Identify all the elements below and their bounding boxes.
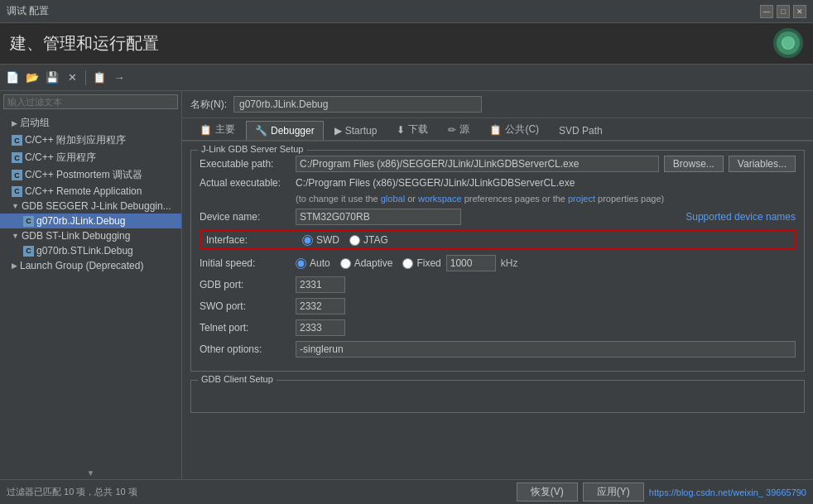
info-prefix: (to change it use the (296, 194, 381, 204)
info-props: properties page) (598, 194, 664, 204)
speed-value-input[interactable] (446, 255, 496, 271)
speed-fixed-radio[interactable] (402, 258, 413, 269)
interface-swd-option[interactable]: SWD (302, 234, 339, 246)
swo-port-input[interactable] (296, 298, 345, 314)
url-text: https://blog.csdn.net/weixin_ (649, 487, 763, 497)
telnet-port-row: Telnet port: (200, 319, 796, 336)
arrow-icon: ▶ (12, 262, 17, 270)
sidebar-item-cpp-attach[interactable]: C C/C++ 附加到应用程序 (0, 132, 181, 149)
gdb-client-group: GDB Client Setup (190, 380, 805, 413)
info-or: or (407, 194, 418, 204)
c-icon: C (12, 152, 22, 163)
speed-fixed-option[interactable]: Fixed (402, 257, 440, 269)
tab-icon: ▶ (334, 125, 342, 137)
new-config-btn[interactable]: 📄 (3, 69, 22, 87)
tab-label: Debugger (271, 125, 315, 137)
sidebar-search-input[interactable] (3, 94, 178, 109)
interface-jtag-option[interactable]: JTAG (349, 234, 388, 246)
url-bar: https://blog.csdn.net/weixin_ 39665790 (649, 487, 806, 497)
other-options-row: Other options: (200, 341, 796, 358)
variables-btn[interactable]: Variables... (729, 156, 796, 172)
sidebar-item-launch-group[interactable]: ▶ 启动组 (0, 114, 181, 132)
telnet-port-input[interactable] (296, 319, 345, 336)
sidebar-item-stlink-debug[interactable]: C g070rb.STLink.Debug (0, 243, 181, 258)
filter-status: 过滤器已匹配 10 项，总共 10 项 (7, 486, 137, 498)
tab-label: 公共(C) (505, 122, 539, 137)
speed-fixed-label: Fixed (416, 257, 440, 269)
copy-btn[interactable]: 📋 (90, 69, 108, 87)
other-options-label: Other options: (200, 343, 291, 355)
device-name-input[interactable] (296, 209, 461, 225)
device-name-row: Device name: Supported device names (200, 209, 796, 225)
speed-adaptive-radio[interactable] (340, 258, 351, 269)
arrow-btn[interactable]: → (110, 69, 128, 87)
executable-input[interactable] (296, 156, 659, 172)
tab-icon: ⬇ (397, 124, 405, 136)
arrow-icon: ▼ (12, 202, 19, 210)
status-bar: 过滤器已匹配 10 项，总共 10 项 恢复(V) 应用(Y) https://… (0, 479, 813, 504)
config-name-bar: 名称(N): (182, 91, 813, 118)
sidebar-item-cpp-app[interactable]: C C/C++ 应用程序 (0, 149, 181, 166)
sidebar-item-label: C/C++ 应用程序 (25, 151, 96, 165)
gdb-port-row: GDB port: (200, 276, 796, 293)
browse-btn[interactable]: Browse... (664, 156, 724, 172)
maximize-btn[interactable]: □ (777, 5, 790, 18)
sidebar-item-gdb-jlink[interactable]: ▼ GDB SEGGER J-Link Debuggin... (0, 199, 181, 214)
tab-debugger[interactable]: 🔧 Debugger (246, 121, 324, 140)
close-btn[interactable]: ✕ (793, 5, 806, 18)
url-suffix: 39665790 (766, 487, 806, 497)
delete-btn[interactable]: ✕ (63, 69, 81, 87)
speed-adaptive-option[interactable]: Adaptive (340, 257, 393, 269)
interface-row: Interface: SWD JTAG (200, 230, 796, 250)
sidebar-item-jlink-debug[interactable]: C g070rb.JLink.Debug (0, 214, 181, 228)
revert-btn[interactable]: 恢复(V) (517, 482, 578, 502)
interface-swd-radio[interactable] (302, 235, 313, 246)
sidebar-item-cpp-postmortem[interactable]: C C/C++ Postmortem 调试器 (0, 166, 181, 184)
tab-icon: ✏ (448, 124, 456, 136)
apply-btn[interactable]: 应用(Y) (583, 482, 644, 502)
content-area: 名称(N): 📋 主要 🔧 Debugger ▶ Startup ⬇ 下载 ✏ (182, 91, 813, 479)
tab-bar: 📋 主要 🔧 Debugger ▶ Startup ⬇ 下载 ✏ 源 📋 公共 (182, 118, 813, 142)
config-name-input[interactable] (233, 96, 482, 113)
save-btn[interactable]: 💾 (43, 69, 61, 87)
sidebar-item-cpp-remote[interactable]: C C/C++ Remote Application (0, 184, 181, 199)
speed-auto-radio[interactable] (296, 258, 306, 269)
global-link[interactable]: global (381, 194, 405, 204)
app-title: 建、管理和运行配置 (10, 32, 159, 55)
sidebar-item-launch-deprecated[interactable]: ▶ Launch Group (Deprecated) (0, 258, 181, 273)
title-text: 调试 配置 (7, 4, 49, 18)
interface-swd-label: SWD (316, 234, 339, 246)
other-options-input[interactable] (296, 341, 796, 358)
tab-source[interactable]: ✏ 源 (439, 118, 479, 140)
interface-jtag-radio[interactable] (349, 235, 360, 246)
gdb-port-input[interactable] (296, 276, 345, 293)
executable-label: Executable path: (200, 158, 291, 170)
tab-startup[interactable]: ▶ Startup (325, 121, 387, 140)
tab-svdpath[interactable]: SVD Path (550, 121, 612, 140)
open-btn[interactable]: 📂 (23, 69, 41, 87)
tab-main[interactable]: 📋 主要 (190, 118, 244, 140)
speed-auto-option[interactable]: Auto (296, 257, 330, 269)
tab-label: 源 (459, 122, 469, 137)
tab-label: 下载 (408, 122, 428, 137)
tab-common[interactable]: 📋 公共(C) (480, 118, 548, 140)
actual-exec-row: Actual executable: C:/Program Files (x86… (200, 177, 796, 189)
sidebar-search-area[interactable] (0, 91, 181, 113)
minimize-btn[interactable]: — (760, 5, 773, 18)
sidebar-item-gdb-stlink[interactable]: ▼ GDB ST-Link Debugging (0, 228, 181, 243)
device-name-label: Device name: (200, 211, 291, 223)
workspace-link[interactable]: workspace (418, 194, 462, 204)
tab-icon: 📋 (489, 124, 502, 136)
supported-devices-link[interactable]: Supported device names (686, 211, 796, 223)
title-bar-controls[interactable]: — □ ✕ (760, 5, 806, 18)
c-icon: C (23, 216, 34, 227)
main-layout: ▶ 启动组 C C/C++ 附加到应用程序 C C/C++ 应用程序 C C/C… (0, 91, 813, 479)
actual-exec-label: Actual executable: (200, 177, 291, 189)
tab-download[interactable]: ⬇ 下载 (387, 118, 437, 140)
executable-row: Executable path: Browse... Variables... (200, 156, 796, 172)
toolbar-separator (85, 70, 86, 85)
scroll-down-indicator[interactable]: ▼ (0, 466, 181, 479)
app-logo (772, 26, 805, 60)
project-link[interactable]: project (568, 194, 595, 204)
sidebar-item-label: g070rb.JLink.Debug (36, 215, 125, 227)
